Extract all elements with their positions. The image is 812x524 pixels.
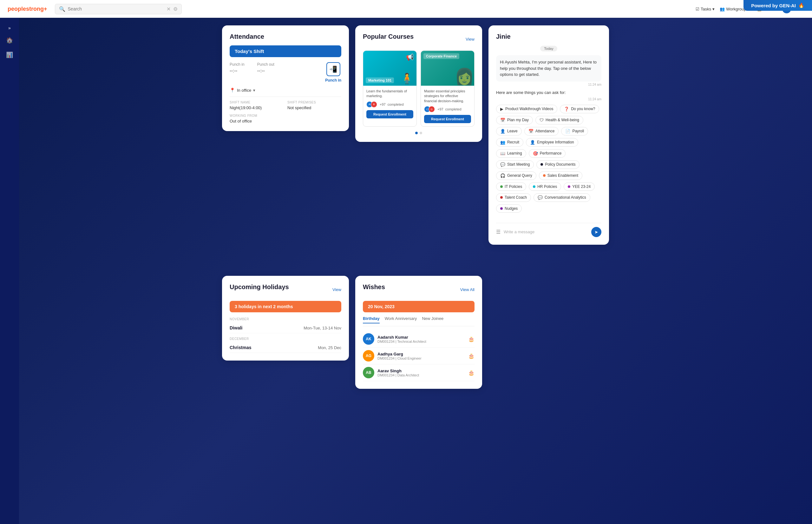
menu-icon[interactable]: ☰ bbox=[496, 229, 501, 235]
search-bar[interactable]: 🔍 ✕ ⚙ bbox=[55, 4, 182, 14]
chip-icon-plan: 📅 bbox=[500, 118, 505, 122]
chip-icon-attendance: 📅 bbox=[528, 129, 534, 134]
tab-new-joinee[interactable]: New Joinee bbox=[422, 316, 443, 323]
shift-name-label: SHIFT NAME bbox=[230, 101, 284, 104]
search-input[interactable] bbox=[68, 6, 164, 12]
chip-yee[interactable]: YEE 23-24 bbox=[564, 182, 595, 191]
chip-payroll[interactable]: 📄 Payroll bbox=[561, 127, 588, 135]
chip-label-sales: Sales Enablement bbox=[547, 173, 578, 178]
location-text: In office bbox=[237, 88, 251, 93]
christmas-name: Christmas bbox=[230, 345, 251, 350]
punch-in-button-label: Punch in bbox=[325, 78, 341, 83]
diwali-name: Diwali bbox=[230, 325, 242, 330]
courses-grid: Marketing 101 📢 🧍 Learn the fundamentals… bbox=[363, 50, 474, 127]
location-row: 📍 In office ▾ bbox=[230, 87, 341, 97]
wish-name-aarav: Aarav Singh bbox=[377, 369, 419, 373]
chip-nudges[interactable]: Nudges bbox=[496, 204, 522, 213]
chip-label-emp: Employee Information bbox=[537, 140, 574, 144]
chip-label-policy: Policy Documents bbox=[545, 162, 575, 167]
chip-plan-my-day[interactable]: 📅 Plan my Day bbox=[496, 116, 533, 125]
holidays-header: Upcoming Holidays View bbox=[230, 283, 341, 296]
punch-out-label: Punch out bbox=[257, 62, 274, 67]
gen-ai-text: Powered by GEN-AI bbox=[751, 3, 796, 8]
carousel-dots bbox=[363, 132, 474, 134]
logo-suffix: + bbox=[44, 6, 47, 12]
tab-birthday[interactable]: Birthday bbox=[363, 316, 380, 323]
chip-talent-coach[interactable]: Talent Coach bbox=[496, 193, 531, 202]
chip-sales-enablement[interactable]: Sales Enablement bbox=[539, 171, 582, 180]
chip-hr-policies[interactable]: HR Policies bbox=[529, 182, 561, 191]
finance-avatars: C D bbox=[424, 106, 433, 112]
suggestions-time: 11:24 am bbox=[496, 97, 602, 101]
location-chevron: ▾ bbox=[253, 88, 255, 93]
search-icon: 🔍 bbox=[59, 6, 65, 12]
chip-icon-dyk: ❓ bbox=[564, 107, 569, 111]
chip-start-meeting[interactable]: 💬 Start Meeting bbox=[496, 160, 534, 169]
clear-icon[interactable]: ✕ bbox=[167, 6, 171, 12]
dot-2[interactable] bbox=[420, 132, 422, 134]
chip-recruit[interactable]: 👥 Recruit bbox=[496, 138, 523, 147]
sidebar-toggle[interactable]: » bbox=[6, 23, 13, 33]
diwali-item: Diwali Mon-Tue, 13-14 Nov bbox=[230, 323, 341, 333]
chip-label-payroll: Payroll bbox=[572, 129, 584, 133]
chip-leave[interactable]: 👤 Leave bbox=[496, 127, 522, 135]
marketing-info: Learn the fundamentals of marketing. A B… bbox=[363, 86, 417, 121]
chip-dot-sales bbox=[543, 174, 545, 177]
sidebar-item-chart[interactable]: 📊 bbox=[2, 48, 17, 62]
courses-view-link[interactable]: View bbox=[466, 37, 474, 42]
chip-do-you-know[interactable]: ❓ Do you know? bbox=[560, 105, 599, 113]
sidebar-item-home[interactable]: 🏠 bbox=[2, 33, 17, 48]
chip-performance[interactable]: 🎯 Performance bbox=[529, 149, 566, 158]
chip-learning[interactable]: 📖 Learning bbox=[496, 149, 526, 158]
chip-conversational-analytics[interactable]: 💬 Conversational Analytics bbox=[534, 193, 590, 202]
shift-name-item: SHIFT NAME Night(19:00-4:00) bbox=[230, 101, 284, 110]
wishes-tabs: Birthday Work Anniversary New Joinee bbox=[363, 316, 474, 326]
wish-cake-aarav: 🎂 bbox=[468, 370, 474, 376]
wishes-title: Wishes bbox=[363, 283, 385, 291]
chip-employee-information[interactable]: 👤 Employee Information bbox=[526, 138, 578, 147]
dot-1[interactable] bbox=[415, 132, 418, 134]
shift-details: SHIFT NAME Night(19:00-4:00) SHIFT PREMI… bbox=[230, 101, 341, 124]
chip-dot-policy bbox=[541, 163, 543, 166]
chip-health-wellbeing[interactable]: 🛡 Health & Well-being bbox=[536, 116, 583, 125]
message-input[interactable] bbox=[504, 229, 588, 234]
today-badge: Today bbox=[540, 46, 557, 51]
marketing-enroll-button[interactable]: Request Enrollment bbox=[366, 110, 413, 118]
filter-icon[interactable]: ⚙ bbox=[173, 6, 177, 12]
chip-product-walkthrough[interactable]: ▶ Product Walkthrough Videos bbox=[496, 105, 557, 113]
chip-general-query[interactable]: 🎧 General Query bbox=[496, 171, 536, 180]
location-icon: 📍 bbox=[230, 87, 235, 93]
course-finance: Corporate Finance 👩 Master essential pri… bbox=[421, 50, 474, 127]
wishes-view-all-link[interactable]: View All bbox=[460, 287, 474, 292]
chip-label-performance: Performance bbox=[540, 151, 562, 155]
holidays-view-link[interactable]: View bbox=[333, 287, 341, 292]
punch-in-time: --:-- bbox=[230, 68, 244, 73]
finance-count: +97 completed bbox=[437, 107, 461, 111]
courses-card: Popular Courses View Marketing 101 📢 🧍 L… bbox=[355, 26, 482, 142]
tasks-icon: ☑ bbox=[696, 7, 699, 12]
chip-it-policies[interactable]: IT Policies bbox=[496, 182, 526, 191]
logo[interactable]: peoplestrong+ bbox=[7, 6, 47, 12]
chip-icon-query: 🎧 bbox=[500, 173, 505, 178]
shift-name-value: Night(19:00-4:00) bbox=[230, 105, 284, 110]
working-from-value: Out of office bbox=[230, 119, 284, 124]
chip-attendance[interactable]: 📅 Attendance bbox=[524, 127, 559, 135]
tasks-label: Tasks bbox=[701, 7, 711, 12]
tab-work-anniversary[interactable]: Work Anniversary bbox=[385, 316, 417, 323]
jinie-title: Jinie bbox=[496, 33, 602, 40]
tasks-chevron: ▾ bbox=[712, 7, 715, 12]
wishes-header: Wishes View All bbox=[363, 283, 474, 296]
shift-premises-value: Not specified bbox=[287, 105, 341, 110]
suggestions-label: Here are some things you can ask for: bbox=[496, 90, 602, 95]
courses-title: Popular Courses bbox=[363, 33, 413, 40]
tasks-menu[interactable]: ☑ Tasks ▾ bbox=[696, 7, 715, 12]
wish-item-aadhya: AG Aadhya Garg DM001234 | Cloud Engineer… bbox=[363, 347, 474, 364]
wish-item-aarav: AB Aarav Singh DM001234 | Data Architect… bbox=[363, 364, 474, 381]
chip-policy-documents[interactable]: Policy Documents bbox=[536, 160, 579, 169]
christmas-item: Christmas Mon, 25 Dec bbox=[230, 342, 341, 353]
marketing-badge: Marketing 101 bbox=[366, 78, 394, 83]
wish-cake-aadarsh: 🎂 bbox=[468, 336, 474, 342]
punch-in-button[interactable]: 📲 Punch in bbox=[325, 62, 341, 83]
send-button[interactable]: ➤ bbox=[591, 227, 602, 237]
finance-enroll-button[interactable]: Request Enrollment bbox=[424, 115, 471, 123]
